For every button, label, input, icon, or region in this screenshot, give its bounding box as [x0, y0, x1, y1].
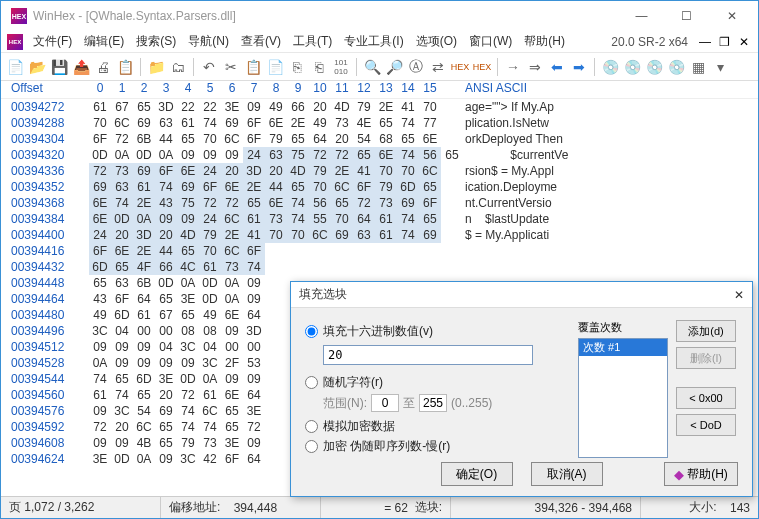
- byte[interactable]: 65: [133, 387, 155, 403]
- props-icon[interactable]: 📋: [115, 57, 135, 77]
- byte[interactable]: 2E: [133, 195, 155, 211]
- byte[interactable]: 0D: [111, 211, 133, 227]
- byte[interactable]: 65: [111, 371, 133, 387]
- byte[interactable]: 61: [375, 227, 397, 243]
- byte[interactable]: 3C: [111, 403, 133, 419]
- byte[interactable]: 3E: [89, 451, 111, 467]
- byte[interactable]: 6C: [331, 179, 353, 195]
- ascii-cell[interactable]: rsion$ = My.Appl: [441, 163, 554, 179]
- byte[interactable]: 79: [353, 99, 375, 115]
- byte[interactable]: 3E: [221, 99, 243, 115]
- add-button[interactable]: 添加(d): [676, 320, 736, 342]
- print-icon[interactable]: 🖨: [93, 57, 113, 77]
- byte[interactable]: 74: [243, 259, 265, 275]
- byte[interactable]: 3E: [243, 403, 265, 419]
- byte[interactable]: 2E: [133, 243, 155, 259]
- byte[interactable]: 72: [177, 387, 199, 403]
- byte[interactable]: 68: [375, 131, 397, 147]
- minimize-button[interactable]: —: [619, 2, 664, 30]
- byte[interactable]: 09: [89, 435, 111, 451]
- hex-bytes[interactable]: 24203D204D792E4170706C6963617469: [81, 227, 441, 243]
- byte[interactable]: 6E: [111, 243, 133, 259]
- byte[interactable]: 73: [199, 435, 221, 451]
- ascii-cell[interactable]: [265, 403, 289, 419]
- ascii-cell[interactable]: [265, 243, 289, 259]
- pastehex-icon[interactable]: ⎗: [309, 57, 329, 77]
- hex-bytes[interactable]: 6D654F664C617374: [81, 259, 265, 275]
- byte[interactable]: 65: [177, 131, 199, 147]
- byte[interactable]: 6C: [111, 115, 133, 131]
- byte[interactable]: 72: [243, 419, 265, 435]
- byte[interactable]: 74: [287, 195, 309, 211]
- byte[interactable]: 4F: [133, 259, 155, 275]
- byte[interactable]: 65: [397, 131, 419, 147]
- byte[interactable]: 41: [243, 227, 265, 243]
- undo-icon[interactable]: ↶: [199, 57, 219, 77]
- byte[interactable]: 6E: [221, 387, 243, 403]
- byte[interactable]: 4C: [177, 259, 199, 275]
- ascii-cell[interactable]: [265, 451, 289, 467]
- byte[interactable]: 09: [111, 435, 133, 451]
- byte[interactable]: 6C: [133, 419, 155, 435]
- byte[interactable]: 49: [309, 115, 331, 131]
- byte[interactable]: 09: [111, 355, 133, 371]
- byte[interactable]: 72: [353, 195, 375, 211]
- byte[interactable]: 49: [199, 307, 221, 323]
- byte[interactable]: 64: [353, 211, 375, 227]
- byte[interactable]: 74: [397, 147, 419, 163]
- byte[interactable]: 65: [177, 243, 199, 259]
- byte[interactable]: 2E: [331, 163, 353, 179]
- byte[interactable]: 72: [89, 163, 111, 179]
- byte[interactable]: 65: [419, 211, 441, 227]
- byte[interactable]: 61: [199, 387, 221, 403]
- byte[interactable]: 65: [155, 291, 177, 307]
- replacetxt-icon[interactable]: HEX: [472, 57, 492, 77]
- byte[interactable]: 70: [89, 115, 111, 131]
- byte[interactable]: 72: [199, 195, 221, 211]
- byte[interactable]: 41: [353, 163, 375, 179]
- byte[interactable]: 09: [89, 339, 111, 355]
- byte[interactable]: 65: [441, 147, 463, 163]
- byte[interactable]: 0A: [199, 371, 221, 387]
- byte[interactable]: 09: [243, 99, 265, 115]
- byte[interactable]: 69: [133, 115, 155, 131]
- byte[interactable]: 04: [199, 339, 221, 355]
- byte[interactable]: 70: [199, 131, 221, 147]
- ascii-cell[interactable]: [265, 419, 289, 435]
- byte[interactable]: 55: [309, 211, 331, 227]
- byte[interactable]: 3C: [177, 451, 199, 467]
- byte[interactable]: 6E: [221, 307, 243, 323]
- back-icon[interactable]: ⬅: [547, 57, 567, 77]
- byte[interactable]: 4D: [331, 99, 353, 115]
- byte[interactable]: 49: [89, 307, 111, 323]
- byte[interactable]: 61: [133, 179, 155, 195]
- hex-row[interactable]: 003943200D0A0D0A0909092463757272656E7456…: [1, 147, 758, 163]
- radio-random[interactable]: [305, 376, 318, 389]
- hex-bytes[interactable]: 0D0A0D0A0909092463757272656E745665: [81, 147, 463, 163]
- byte[interactable]: 79: [309, 163, 331, 179]
- byte[interactable]: 24: [243, 147, 265, 163]
- byte[interactable]: 2E: [287, 115, 309, 131]
- byte[interactable]: 3D: [243, 323, 265, 339]
- byte[interactable]: 66: [287, 99, 309, 115]
- byte[interactable]: 70: [287, 227, 309, 243]
- byte[interactable]: 74: [397, 227, 419, 243]
- byte[interactable]: 3D: [243, 163, 265, 179]
- byte[interactable]: 08: [177, 323, 199, 339]
- byte[interactable]: 74: [397, 115, 419, 131]
- byte[interactable]: 6F: [199, 179, 221, 195]
- radio-enc[interactable]: [305, 440, 318, 453]
- byte[interactable]: 3C: [89, 323, 111, 339]
- ascii-cell[interactable]: [265, 435, 289, 451]
- byte[interactable]: 22: [177, 99, 199, 115]
- hex-bytes[interactable]: 436F64653E0D0A09: [81, 291, 265, 307]
- byte[interactable]: 08: [199, 323, 221, 339]
- byte[interactable]: 74: [177, 419, 199, 435]
- byte[interactable]: 54: [133, 403, 155, 419]
- byte[interactable]: 63: [111, 179, 133, 195]
- hex-bytes[interactable]: 09094B6579733E09: [81, 435, 265, 451]
- hex-row[interactable]: 003944166F6E2E4465706C6F: [1, 243, 758, 259]
- mdi-restore-icon[interactable]: ❐: [719, 35, 733, 49]
- find-icon[interactable]: 🔍: [362, 57, 382, 77]
- byte[interactable]: 6E: [375, 147, 397, 163]
